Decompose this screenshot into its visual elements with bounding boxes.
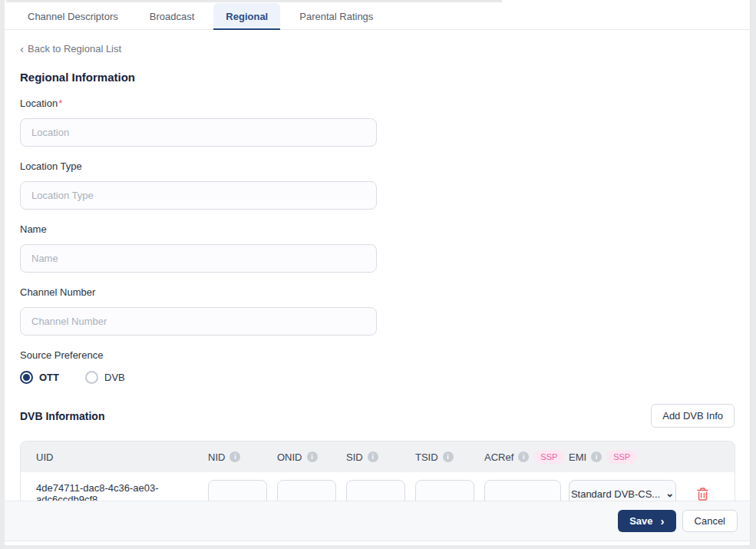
emi-select-value: Standard DVB-CS... xyxy=(571,488,660,500)
column-uid: UID xyxy=(36,451,208,463)
source-preference-label: Source Preference xyxy=(20,349,735,361)
source-preference-radios: OTT DVB xyxy=(20,371,735,384)
trash-icon xyxy=(697,488,708,501)
radio-selected-icon xyxy=(20,371,33,384)
column-emi: EMI SSP xyxy=(569,450,684,464)
save-button[interactable]: Save xyxy=(618,510,675,532)
field-name: Name xyxy=(20,223,735,273)
radio-ott[interactable]: OTT xyxy=(20,371,59,384)
info-icon[interactable] xyxy=(368,451,378,462)
regional-form: Back to Regional List Regional Informati… xyxy=(5,30,750,516)
nid-header-label: NID xyxy=(208,451,225,463)
column-sid: SID xyxy=(346,451,415,463)
tab-channel-descriptors[interactable]: Channel Descriptors xyxy=(15,3,130,29)
location-type-input[interactable] xyxy=(20,181,377,210)
info-icon[interactable] xyxy=(591,451,602,462)
name-label: Name xyxy=(20,223,735,235)
channel-number-label: Channel Number xyxy=(20,286,735,298)
add-dvb-info-button[interactable]: Add DVB Info xyxy=(651,404,735,428)
onid-header-label: ONID xyxy=(277,451,302,463)
column-nid: NID xyxy=(208,451,277,463)
main-panel: Channel Descriptors Broadcast Regional P… xyxy=(5,0,751,545)
tab-broadcast[interactable]: Broadcast xyxy=(137,3,207,29)
required-asterisk: * xyxy=(58,98,62,109)
top-divider xyxy=(6,0,502,2)
info-icon[interactable] xyxy=(229,451,240,462)
column-tsid: TSID xyxy=(415,451,484,463)
form-footer: Save Cancel xyxy=(5,501,750,541)
delete-row-button[interactable] xyxy=(697,488,708,501)
uid-header-label: UID xyxy=(36,451,53,463)
name-input[interactable] xyxy=(20,244,377,273)
tab-regional[interactable]: Regional xyxy=(213,3,280,29)
acref-header-label: ACRef xyxy=(484,451,513,463)
field-location-type: Location Type xyxy=(20,160,735,210)
field-location: Location* xyxy=(20,98,735,147)
emi-header-label: EMI xyxy=(569,451,586,463)
tab-bar: Channel Descriptors Broadcast Regional P… xyxy=(5,0,750,30)
tsid-header-label: TSID xyxy=(415,451,438,463)
radio-dvb-label: DVB xyxy=(104,372,125,383)
location-label: Location* xyxy=(20,98,735,109)
back-to-regional-list-link[interactable]: Back to Regional List xyxy=(20,42,121,55)
radio-ott-label: OTT xyxy=(39,372,59,383)
location-label-text: Location xyxy=(20,98,58,109)
save-button-label: Save xyxy=(629,515,652,527)
radio-unselected-icon xyxy=(85,371,98,384)
field-channel-number: Channel Number xyxy=(20,286,735,336)
ssp-badge: SSP xyxy=(606,450,637,464)
info-icon[interactable] xyxy=(518,451,529,462)
page-title: Regional Information xyxy=(20,71,735,84)
info-icon[interactable] xyxy=(443,451,454,462)
location-input[interactable] xyxy=(20,118,377,147)
info-icon[interactable] xyxy=(307,451,318,462)
cancel-button[interactable]: Cancel xyxy=(682,510,738,532)
channel-number-input[interactable] xyxy=(20,307,377,336)
column-onid: ONID xyxy=(277,451,346,463)
dvb-information-header: DVB Information Add DVB Info xyxy=(20,404,735,428)
chevron-right-icon xyxy=(661,514,665,528)
chevron-down-icon xyxy=(665,490,674,498)
dvb-table-header: UID NID ONID SID TSID xyxy=(21,442,735,472)
tab-parental-ratings[interactable]: Parental Ratings xyxy=(287,3,385,29)
back-link-label: Back to Regional List xyxy=(28,43,121,55)
column-acref: ACRef SSP xyxy=(484,450,569,464)
ssp-badge: SSP xyxy=(533,450,564,464)
radio-dvb[interactable]: DVB xyxy=(85,371,125,384)
field-source-preference: Source Preference OTT DVB xyxy=(20,349,735,384)
dvb-information-title: DVB Information xyxy=(20,410,104,422)
location-type-label: Location Type xyxy=(20,160,735,172)
sid-header-label: SID xyxy=(346,451,363,463)
row-actions-cell xyxy=(684,488,719,501)
